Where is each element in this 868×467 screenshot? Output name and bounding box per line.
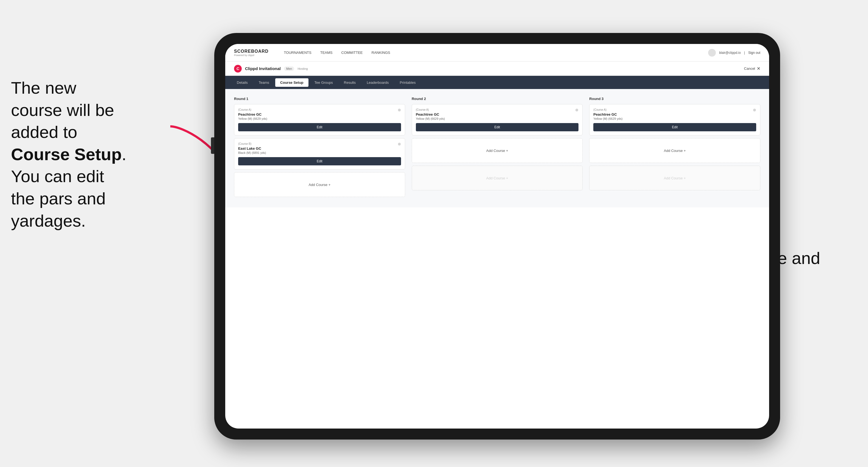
sub-tabs: Details Teams Course Setup Tee Groups Re… [225, 76, 769, 89]
round-1-course-b-card: ⊗ (Course B) East Lake GC Black (M) (689… [234, 138, 405, 169]
round-1-column: Round 1 ⊗ (Course A) Peachtree GC Yellow… [234, 97, 405, 200]
round-3-course-a-edit-button[interactable]: Edit [593, 123, 756, 131]
round-3-course-a-delete-icon[interactable]: ⊗ [752, 107, 757, 113]
round-3-column: Round 3 ⊗ (Course A) Peachtree GC Yellow… [589, 97, 760, 200]
round-3-add-course-button[interactable]: Add Course + [589, 138, 760, 163]
tab-course-setup[interactable]: Course Setup [275, 78, 308, 87]
round-1-course-a-delete-icon[interactable]: ⊗ [397, 107, 402, 113]
round-2-course-a-edit-button[interactable]: Edit [416, 123, 579, 131]
round-2-course-a-name: Peachtree GC [416, 112, 579, 117]
tab-teams[interactable]: Teams [254, 78, 274, 87]
user-avatar [708, 49, 716, 57]
user-email: blair@clippd.io [719, 51, 741, 55]
tablet-screen: SCOREBOARD Powered by clippd TOURNAMENTS… [225, 44, 769, 429]
round-1-course-b-tee: Black (M) (6891 yds) [238, 151, 401, 154]
round-1-course-a-tag: (Course A) [238, 108, 401, 111]
round-1-course-b-delete-icon[interactable]: ⊗ [397, 141, 402, 147]
round-1-course-a-name: Peachtree GC [238, 112, 401, 117]
round-2-add-course-label: Add Course + [486, 149, 508, 153]
round-1-add-course-button[interactable]: Add Course + [234, 172, 405, 197]
cancel-label: Cancel [744, 66, 755, 71]
tab-printables[interactable]: Printables [395, 78, 421, 87]
rounds-grid: Round 1 ⊗ (Course A) Peachtree GC Yellow… [234, 97, 760, 200]
tab-details[interactable]: Details [232, 78, 253, 87]
tablet-frame: SCOREBOARD Powered by clippd TOURNAMENTS… [214, 33, 780, 439]
nav-teams[interactable]: TEAMS [320, 51, 333, 55]
tournament-name: Clippd Invitational [245, 66, 281, 71]
round-2-course-a-tee: Yellow (M) (6629 yds) [416, 117, 579, 120]
pipe-separator: | [744, 51, 745, 55]
sign-out-link[interactable]: Sign out [748, 51, 760, 55]
round-2-course-a-delete-icon[interactable]: ⊗ [574, 107, 580, 113]
top-nav: SCOREBOARD Powered by clippd TOURNAMENTS… [225, 44, 769, 62]
round-2-course-a-card: ⊗ (Course A) Peachtree GC Yellow (M) (66… [412, 104, 583, 135]
round-3-label: Round 3 [589, 97, 760, 101]
tab-tee-groups[interactable]: Tee Groups [310, 78, 338, 87]
tab-leaderboards[interactable]: Leaderboards [362, 78, 394, 87]
round-3-course-a-card: ⊗ (Course A) Peachtree GC Yellow (M) (66… [589, 104, 760, 135]
hosting-label: Hosting [298, 67, 308, 70]
nav-right: blair@clippd.io | Sign out [708, 49, 760, 57]
round-2-course-a-tag: (Course A) [416, 108, 579, 111]
round-1-course-b-tag: (Course B) [238, 142, 401, 145]
gender-badge: Men [284, 66, 294, 71]
logo-title: SCOREBOARD [234, 49, 269, 54]
round-3-add-course-disabled: Add Course + [589, 166, 760, 190]
main-content: Round 1 ⊗ (Course A) Peachtree GC Yellow… [225, 89, 769, 208]
tournament-bar: C Clippd Invitational Men Hosting Cancel… [225, 62, 769, 76]
round-1-course-a-card: ⊗ (Course A) Peachtree GC Yellow (M) (66… [234, 104, 405, 135]
round-2-add-course-disabled-label: Add Course + [486, 176, 508, 180]
tab-results[interactable]: Results [339, 78, 361, 87]
scoreboard-logo: SCOREBOARD Powered by clippd [234, 49, 269, 57]
round-1-course-b-name: East Lake GC [238, 147, 401, 151]
round-3-course-a-tag: (Course A) [593, 108, 756, 111]
round-3-add-course-disabled-label: Add Course + [664, 176, 686, 180]
round-3-add-course-label: Add Course + [664, 149, 686, 153]
round-2-column: Round 2 ⊗ (Course A) Peachtree GC Yellow… [412, 97, 583, 200]
nav-tournaments[interactable]: TOURNAMENTS [284, 51, 311, 55]
round-2-label: Round 2 [412, 97, 583, 101]
tournament-title-area: C Clippd Invitational Men Hosting [234, 65, 308, 72]
nav-links: TOURNAMENTS TEAMS COMMITTEE RANKINGS [284, 51, 697, 55]
round-1-add-course-label: Add Course + [308, 183, 331, 187]
nav-rankings[interactable]: RANKINGS [372, 51, 390, 55]
annotation-left: The new course will be added to Course S… [11, 77, 170, 232]
round-1-course-a-edit-button[interactable]: Edit [238, 123, 401, 131]
round-2-add-course-button[interactable]: Add Course + [412, 138, 583, 163]
logo-subtitle: Powered by clippd [234, 54, 269, 57]
round-3-course-a-name: Peachtree GC [593, 112, 756, 117]
close-icon: ✕ [757, 66, 760, 71]
round-1-label: Round 1 [234, 97, 405, 101]
cancel-button[interactable]: Cancel ✕ [744, 66, 760, 71]
round-1-course-b-edit-button[interactable]: Edit [238, 157, 401, 165]
round-2-add-course-disabled: Add Course + [412, 166, 583, 190]
c-logo: C [234, 65, 242, 72]
round-3-course-a-tee: Yellow (M) (6629 yds) [593, 117, 756, 120]
round-1-course-a-tee: Yellow (M) (6629 yds) [238, 117, 401, 120]
tablet-side-button [211, 137, 214, 154]
nav-committee[interactable]: COMMITTEE [341, 51, 363, 55]
